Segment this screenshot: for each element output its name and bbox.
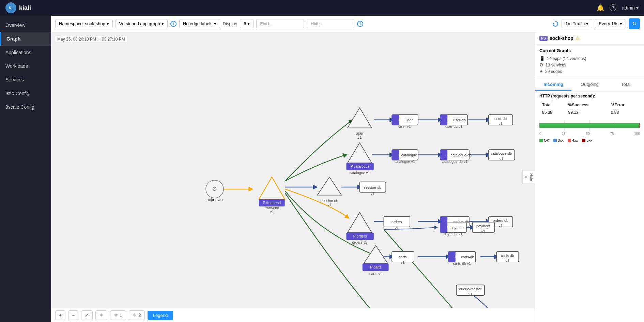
svg-text:v1: v1 [327,203,331,207]
svg-text:catalogue-db v1: catalogue-db v1 [442,159,468,164]
cell-success: 99.12 [566,109,608,116]
hide-panel-button[interactable]: Hide » [522,170,535,184]
edges-stat: ✦ 29 edges [539,69,640,74]
sidebar-item-istio-config[interactable]: Istio Config [0,87,51,100]
svg-text:payment v1: payment v1 [444,232,462,236]
graph-type-chevron: ▾ [162,21,164,26]
svg-marker-91 [364,245,388,263]
ok-dot [539,139,543,142]
hide-input[interactable] [307,19,354,28]
layout3-icon: ⚛ [133,312,137,318]
svg-text:catalogue v1: catalogue v1 [395,159,415,164]
ok-label: OK [544,138,549,142]
tab-outgoing[interactable]: Outgoing [571,79,608,91]
layout2-icon: ⚛ [114,312,118,318]
svg-text:P: P [398,118,401,122]
chart-axis: 0 25 50 75 100 [539,132,640,136]
display-select[interactable]: 6 ▾ [240,19,254,28]
svg-text:orders-db: orders-db [493,218,508,223]
svg-text:carts-db: carts-db [501,254,514,258]
4xx-dot [568,139,571,142]
legend-ok: OK [539,138,549,142]
hide-label: Hide [530,173,534,181]
table-row: 85.38 99.12 0.88 [539,109,640,116]
col-success: %Success [566,101,608,109]
zoom-out-button[interactable]: − [68,310,78,320]
graph-stats-title: Current Graph: [539,48,640,53]
svg-text:user v1: user v1 [399,124,411,128]
namespace-select[interactable]: Namespace: sock-shop ▾ [55,19,113,28]
hide-info-icon[interactable]: ? [357,21,363,27]
tab-incoming[interactable]: Incoming [535,79,571,91]
layout2-button[interactable]: ⚛ 1 [110,310,126,320]
layout1-button[interactable]: ⚛ [95,310,107,320]
tab-total[interactable]: Total [608,79,644,91]
svg-text:catalogue v1: catalogue v1 [349,171,370,175]
svg-text:P: P [447,153,449,157]
5xx-label: 5xx [586,138,592,142]
sidebar-item-workloads[interactable]: Workloads [0,59,51,73]
svg-text:v1: v1 [499,224,503,228]
graph-stats-section: Current Graph: 📱 14 apps (14 versions) ⚙… [535,45,644,79]
user-name: admin [622,5,635,11]
ns-badge: NS [539,36,548,41]
svg-rect-131 [640,123,640,128]
svg-text:P: P [447,118,449,122]
svg-text:user-db v1: user-db v1 [445,124,462,128]
sidebar-item-applications[interactable]: Applications [0,46,51,59]
svg-text:P: P [447,226,449,230]
svg-text:orders v1: orders v1 [352,240,367,244]
svg-marker-62 [317,177,341,195]
svg-text:P front-end: P front-end [263,201,281,205]
axis-25: 25 [562,132,565,136]
find-input[interactable] [256,19,304,28]
apps-stat: 📱 14 apps (14 versions) [539,56,640,61]
sidebar-item-overview[interactable]: Overview [0,18,51,32]
sidebar-item-services[interactable]: Services [0,73,51,87]
svg-text:user: user [406,118,413,122]
edge-labels-select[interactable]: No edge labels ▾ [179,19,220,28]
display-label: Display [223,21,237,26]
graph-type-info-icon[interactable]: i [170,21,177,27]
4xx-label: 4xx [572,138,578,142]
alert-icon[interactable]: 🔔 [597,4,604,12]
graph-area[interactable]: May 25, 03:26:10 PM ... 03:27:10 PM [51,32,644,322]
sidebar-item-bscale-config[interactable]: 3scale Config [0,100,51,114]
layout2-label: 1 [120,312,122,318]
interval-select[interactable]: Every 15s ▾ [595,19,626,28]
svg-marker-68 [348,213,372,233]
traffic-range-select[interactable]: 1m Traffic ▾ [562,19,592,28]
layout3-label: 2 [138,312,141,318]
layout3-button[interactable]: ⚛ 2 [129,310,145,320]
expand-icon: » [524,176,528,178]
traffic-chevron: ▾ [586,21,588,26]
traffic-refresh-icon [552,20,559,27]
display-chevron: ▾ [247,21,250,26]
help-icon[interactable]: ? [610,4,616,11]
sidebar-item-graph[interactable]: Graph [0,32,51,46]
svg-text:carts-db: carts-db [461,255,474,259]
bar-chart [539,120,640,131]
apps-icon: 📱 [539,56,545,61]
zoom-in-button[interactable]: + [55,310,65,320]
graph-type-select[interactable]: Versioned app graph ▾ [116,19,168,28]
layout1-icon: ⚛ [99,312,104,318]
interval-label: Every 15s [599,21,618,26]
svg-text:catalogue: catalogue [401,153,417,157]
refresh-button[interactable]: ↻ [629,18,640,29]
svg-marker-29 [348,108,372,128]
brand: K kiali [5,2,31,13]
edges-icon: ✦ [539,69,543,74]
edges-label: 29 edges [545,69,562,74]
svg-text:⚙: ⚙ [212,186,217,192]
svg-text:front-end: front-end [265,206,279,210]
fit-button[interactable]: ⤢ [81,310,93,320]
svg-text:P: P [398,153,401,157]
svg-text:user-db: user-db [494,117,507,121]
kiali-logo-icon: K [5,2,16,13]
svg-rect-130 [639,123,639,128]
legend-button[interactable]: Legend [148,311,173,320]
edge-labels-chevron: ▾ [214,21,216,26]
panel-header: NS sock-shop ⚠ [535,32,644,45]
user-menu[interactable]: admin ▾ [622,5,639,11]
